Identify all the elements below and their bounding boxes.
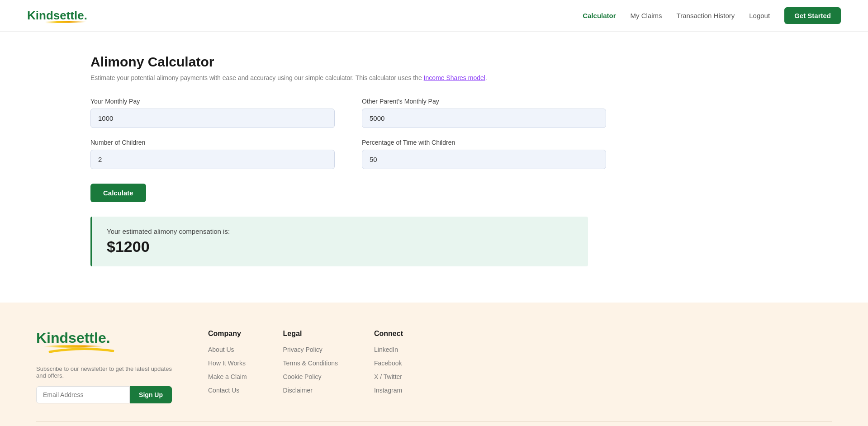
nav-transaction-history[interactable]: Transaction History [677, 12, 735, 19]
footer-legal-heading: Legal [283, 330, 338, 338]
footer-logo-text: Kindsettle. [36, 330, 110, 346]
monthly-pay-group: Your Monthly Pay [90, 98, 335, 128]
nav-calculator[interactable]: Calculator [583, 12, 616, 19]
footer-logo-wrapper: Kindsettle. [36, 330, 172, 356]
income-shares-link[interactable]: Income Shares model [424, 74, 485, 81]
header: Kindsettle. Calculator My Claims Transac… [0, 0, 868, 32]
footer-contact-us[interactable]: Contact Us [208, 387, 247, 394]
result-label: Your estimated alimony compensation is: [107, 227, 574, 235]
logo-area: Kindsettle. [27, 9, 87, 23]
footer-facebook[interactable]: Facebook [374, 360, 403, 367]
other-monthly-pay-label: Other Parent's Monthly Pay [362, 98, 606, 105]
footer-about-us[interactable]: About Us [208, 346, 247, 353]
num-children-group: Number of Children [90, 139, 335, 169]
calculator-form: Your Monthly Pay Other Parent's Monthly … [90, 98, 606, 169]
monthly-pay-label: Your Monthly Pay [90, 98, 335, 105]
nav: Calculator My Claims Transaction History… [583, 7, 841, 24]
nav-my-claims[interactable]: My Claims [631, 12, 662, 19]
footer-brand: Kindsettle. Subscribe to our newsletter … [36, 330, 172, 403]
logo: Kindsettle. [27, 9, 87, 23]
footer-legal-col: Legal Privacy Policy Terms & Conditions … [283, 330, 338, 400]
calculate-button[interactable]: Calculate [90, 184, 146, 202]
footer-columns: Company About Us How It Works Make a Cla… [208, 330, 832, 400]
get-started-button[interactable]: Get Started [784, 7, 841, 24]
footer-cookie-policy[interactable]: Cookie Policy [283, 373, 338, 380]
page-subtitle: Estimate your potential alimony payments… [90, 74, 606, 81]
footer-privacy-policy[interactable]: Privacy Policy [283, 346, 338, 353]
pct-time-group: Percentage of Time with Children [362, 139, 606, 169]
footer-email-row: Sign Up [36, 386, 172, 403]
footer: Kindsettle. Subscribe to our newsletter … [0, 303, 868, 426]
subtitle-end: . [485, 74, 487, 81]
footer-terms-conditions[interactable]: Terms & Conditions [283, 360, 338, 367]
nav-logout[interactable]: Logout [749, 12, 770, 19]
footer-company-col: Company About Us How It Works Make a Cla… [208, 330, 247, 400]
footer-subscribe-text: Subscribe to our newsletter to get the l… [36, 365, 172, 379]
other-monthly-pay-input[interactable] [362, 109, 606, 128]
main-content: Alimony Calculator Estimate your potenti… [0, 32, 633, 303]
monthly-pay-input[interactable] [90, 109, 335, 128]
footer-swoosh-icon [36, 346, 127, 355]
footer-twitter[interactable]: X / Twitter [374, 373, 403, 380]
logo-text: Kindsettle. [27, 9, 87, 22]
footer-make-a-claim[interactable]: Make a Claim [208, 373, 247, 380]
footer-disclaimer[interactable]: Disclaimer [283, 387, 338, 394]
footer-instagram[interactable]: Instagram [374, 387, 403, 394]
subtitle-start: Estimate your potential alimony payments… [90, 74, 424, 81]
page-title: Alimony Calculator [90, 54, 606, 70]
num-children-input[interactable] [90, 150, 335, 169]
footer-company-heading: Company [208, 330, 247, 338]
footer-logo: Kindsettle. [36, 330, 110, 346]
footer-signup-button[interactable]: Sign Up [130, 386, 172, 403]
footer-connect-heading: Connect [374, 330, 403, 338]
footer-email-input[interactable] [36, 386, 130, 403]
other-monthly-pay-group: Other Parent's Monthly Pay [362, 98, 606, 128]
result-box: Your estimated alimony compensation is: … [90, 217, 588, 266]
result-value: $1200 [107, 238, 574, 256]
pct-time-input[interactable] [362, 150, 606, 169]
pct-time-label: Percentage of Time with Children [362, 139, 606, 146]
footer-how-it-works[interactable]: How It Works [208, 360, 247, 367]
footer-connect-col: Connect LinkedIn Facebook X / Twitter In… [374, 330, 403, 400]
num-children-label: Number of Children [90, 139, 335, 146]
footer-linkedin[interactable]: LinkedIn [374, 346, 403, 353]
footer-copyright: 2024 KindSettle © All Rights Reserved. [36, 421, 832, 426]
footer-inner: Kindsettle. Subscribe to our newsletter … [36, 330, 832, 403]
